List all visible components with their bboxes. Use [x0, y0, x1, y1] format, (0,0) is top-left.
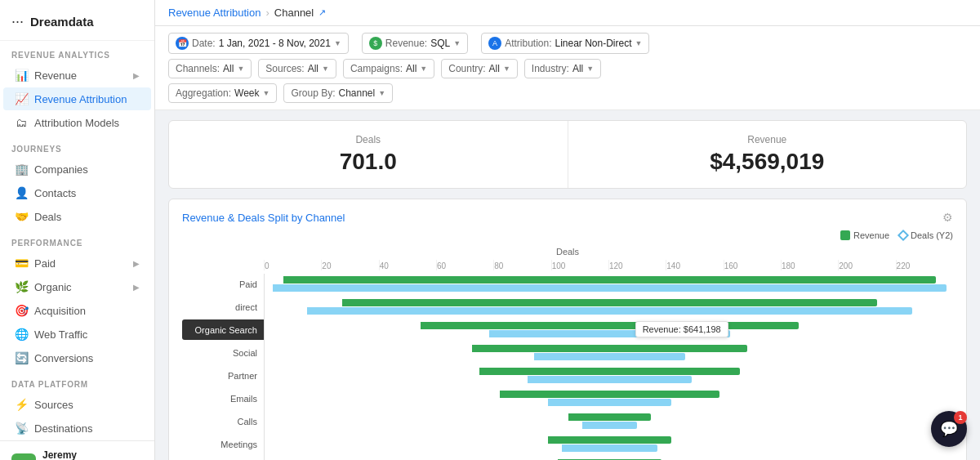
sources-value: All: [308, 63, 318, 74]
chart-row-label: Partner: [182, 365, 264, 386]
aggregation-arrow-icon: ▼: [263, 89, 270, 97]
chart-row-label: Calls: [182, 411, 264, 431]
kpi-deals-value: 701.0: [189, 149, 548, 175]
x-axis-tick: 0: [264, 260, 321, 270]
channels-arrow-icon: ▼: [237, 65, 244, 73]
deals-bar: [562, 444, 658, 452]
revenue-icon: 📊: [15, 69, 28, 82]
filter-groupby[interactable]: Group By: Channel ▼: [283, 83, 393, 103]
sidebar-item-web-traffic[interactable]: 🌐 Web Traffic: [3, 323, 151, 346]
sidebar-item-label-conversions: Conversions: [34, 352, 93, 364]
date-chip-icon: 📅: [176, 37, 189, 50]
sidebar-item-acquisition[interactable]: 🎯 Acquisition: [3, 299, 151, 322]
conversions-icon: 🔄: [15, 351, 28, 364]
settings-icon[interactable]: ⚙: [942, 211, 953, 224]
filter-aggregation[interactable]: Aggregation: Week ▼: [168, 83, 277, 103]
chart-bar-row: Revenue: $641,198: [265, 319, 953, 340]
sidebar-item-destinations[interactable]: 📡 Destinations: [3, 417, 151, 440]
revenue-bar: [548, 436, 671, 444]
groupby-value: Channel: [338, 87, 375, 99]
filter-campaigns[interactable]: Campaigns: All ▼: [343, 59, 434, 78]
avatar: JS: [11, 453, 36, 460]
revenue-bar: [421, 322, 799, 329]
chart-header: Revenue & Deals Split by Channel ⚙: [182, 211, 953, 224]
footer-name: Jeremy Sacramento: [42, 449, 130, 460]
filter-sources[interactable]: Sources: All ▼: [258, 59, 336, 78]
filter-date[interactable]: 📅 Date: 1 Jan, 2021 - 8 Nov, 2021 ▼: [168, 33, 349, 54]
external-link-icon[interactable]: ↗: [318, 7, 326, 18]
campaigns-arrow-icon: ▼: [420, 65, 427, 73]
date-arrow-icon: ▼: [334, 39, 341, 47]
x-axis-ticks: 020406080100120140160180200220: [182, 260, 953, 270]
chat-button[interactable]: 💬 1: [931, 411, 967, 447]
kpi-deals: Deals 701.0: [169, 121, 568, 188]
sources-icon: ⚡: [15, 398, 28, 411]
attribution-arrow-icon: ▼: [635, 39, 643, 47]
filter-revenue[interactable]: $ Revenue: SQL ▼: [362, 33, 468, 54]
logo-icon: ···: [11, 13, 24, 30]
x-axis-tick: 20: [321, 260, 378, 270]
web-traffic-icon: 🌐: [15, 328, 28, 341]
sidebar-item-label-destinations: Destinations: [34, 422, 93, 435]
deals-legend-icon: [898, 230, 909, 241]
revenue-label: Revenue:: [385, 38, 427, 49]
chat-icon: 💬: [940, 420, 958, 438]
attribution-label: Attribution:: [505, 38, 551, 49]
channels-value: All: [223, 63, 234, 74]
sidebar-item-attribution-models[interactable]: 🗂 Attribution Models: [3, 111, 151, 134]
sidebar-item-conversions[interactable]: 🔄 Conversions: [3, 346, 151, 369]
contacts-icon: 👤: [15, 186, 28, 199]
filter-channels[interactable]: Channels: All ▼: [168, 59, 252, 78]
sidebar-item-sources[interactable]: ⚡ Sources: [3, 393, 151, 416]
x-axis-tick: 220: [896, 260, 953, 270]
attribution-models-icon: 🗂: [15, 116, 28, 129]
main-content: Revenue Attribution › Channel ↗ 📅 Date: …: [155, 0, 980, 460]
companies-icon: 🏢: [15, 163, 28, 176]
breadcrumb-parent[interactable]: Revenue Attribution: [168, 7, 261, 19]
kpi-revenue-label: Revenue: [588, 134, 947, 145]
filter-industry[interactable]: Industry: All ▼: [524, 59, 601, 78]
expand-arrow-icon: ▶: [133, 259, 140, 268]
filter-row-3: Aggregation: Week ▼ Group By: Channel ▼: [168, 83, 967, 103]
chart-bar-row: [265, 274, 953, 294]
sidebar-item-label-contacts: Contacts: [34, 187, 76, 199]
revenue-bar: [568, 413, 651, 421]
x-axis-tick: 100: [551, 260, 608, 270]
sidebar-item-revenue[interactable]: 📊 Revenue ▶: [3, 64, 151, 87]
chart-bar-row: [265, 457, 953, 460]
sidebar-item-contacts[interactable]: 👤 Contacts: [3, 181, 151, 204]
attribution-chip-icon: A: [488, 37, 501, 50]
filter-attribution[interactable]: A Attribution: Linear Non-Direct ▼: [481, 33, 649, 54]
chart-bar-row: [265, 342, 953, 363]
sidebar-item-revenue-attribution[interactable]: 📈 Revenue Attribution: [3, 87, 151, 110]
date-label: Date:: [192, 38, 216, 49]
kpi-revenue: Revenue $4,569,019: [568, 121, 967, 188]
industry-arrow-icon: ▼: [586, 65, 594, 73]
sidebar-item-companies[interactable]: 🏢 Companies: [3, 158, 151, 181]
sidebar-item-deals[interactable]: 🤝 Deals: [3, 205, 151, 228]
sources-arrow-icon: ▼: [322, 65, 329, 73]
chat-badge: 1: [954, 411, 967, 424]
x-axis-tick: 40: [379, 260, 436, 270]
deals-legend-label: Deals (Y2): [911, 230, 953, 240]
revenue-legend-color: [840, 230, 850, 240]
acquisition-icon: 🎯: [15, 304, 28, 317]
expand-arrow-icon: ▶: [133, 283, 140, 292]
breadcrumb: Revenue Attribution › Channel ↗: [168, 7, 326, 19]
filter-country[interactable]: Country: All ▼: [441, 59, 518, 78]
kpi-deals-label: Deals: [189, 134, 548, 145]
topbar: Revenue Attribution › Channel ↗: [155, 0, 980, 26]
sidebar-item-paid[interactable]: 💳 Paid ▶: [3, 252, 151, 275]
chart-row-label: Social: [182, 342, 264, 363]
user-profile[interactable]: JS Jeremy Sacramento piedpiper.com ▶: [0, 440, 154, 460]
revenue-value: SQL: [430, 38, 450, 49]
sidebar-item-organic[interactable]: 🌿 Organic ▶: [3, 275, 151, 298]
breadcrumb-separator: ›: [265, 7, 269, 19]
chart-row-label: Meetings: [182, 434, 264, 454]
chart-bar-row: [265, 365, 953, 386]
groupby-label: Group By:: [291, 87, 335, 99]
deals-bar: [534, 353, 685, 360]
country-value: All: [489, 63, 500, 74]
chart-title: Revenue & Deals Split by Channel: [182, 212, 345, 224]
sidebar-item-label-deals: Deals: [34, 211, 61, 223]
